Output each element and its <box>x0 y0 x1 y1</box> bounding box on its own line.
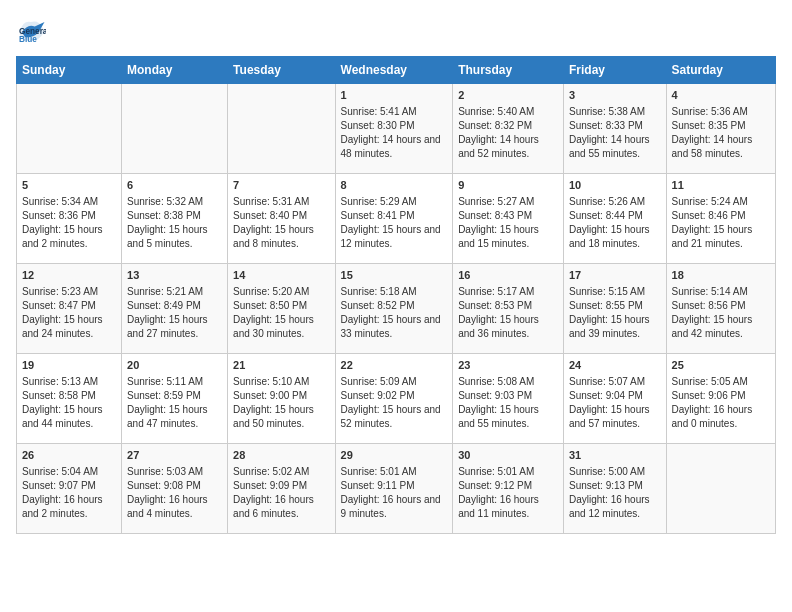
daylight-hours: Daylight: 15 hours and 36 minutes. <box>458 313 558 341</box>
day-number: 19 <box>22 358 116 373</box>
sunrise-info: Sunrise: 5:26 AM <box>569 195 661 209</box>
sunset-info: Sunset: 9:02 PM <box>341 389 448 403</box>
sunset-info: Sunset: 8:46 PM <box>672 209 770 223</box>
day-cell: 21Sunrise: 5:10 AMSunset: 9:00 PMDayligh… <box>228 354 335 444</box>
day-number: 14 <box>233 268 329 283</box>
day-number: 7 <box>233 178 329 193</box>
day-number: 1 <box>341 88 448 103</box>
sunrise-info: Sunrise: 5:23 AM <box>22 285 116 299</box>
col-header-friday: Friday <box>563 57 666 84</box>
daylight-hours: Daylight: 15 hours and 52 minutes. <box>341 403 448 431</box>
day-cell: 24Sunrise: 5:07 AMSunset: 9:04 PMDayligh… <box>563 354 666 444</box>
day-number: 13 <box>127 268 222 283</box>
svg-text:Blue: Blue <box>19 35 37 44</box>
day-cell: 28Sunrise: 5:02 AMSunset: 9:09 PMDayligh… <box>228 444 335 534</box>
sunrise-info: Sunrise: 5:03 AM <box>127 465 222 479</box>
sunset-info: Sunset: 9:12 PM <box>458 479 558 493</box>
sunset-info: Sunset: 8:43 PM <box>458 209 558 223</box>
daylight-hours: Daylight: 15 hours and 44 minutes. <box>22 403 116 431</box>
daylight-hours: Daylight: 14 hours and 48 minutes. <box>341 133 448 161</box>
sunset-info: Sunset: 8:44 PM <box>569 209 661 223</box>
day-cell: 26Sunrise: 5:04 AMSunset: 9:07 PMDayligh… <box>17 444 122 534</box>
daylight-hours: Daylight: 16 hours and 0 minutes. <box>672 403 770 431</box>
sunrise-info: Sunrise: 5:09 AM <box>341 375 448 389</box>
day-number: 28 <box>233 448 329 463</box>
sunrise-info: Sunrise: 5:14 AM <box>672 285 770 299</box>
daylight-hours: Daylight: 16 hours and 6 minutes. <box>233 493 329 521</box>
week-row-4: 19Sunrise: 5:13 AMSunset: 8:58 PMDayligh… <box>17 354 776 444</box>
sunset-info: Sunset: 8:58 PM <box>22 389 116 403</box>
col-header-thursday: Thursday <box>453 57 564 84</box>
day-cell: 22Sunrise: 5:09 AMSunset: 9:02 PMDayligh… <box>335 354 453 444</box>
day-number: 6 <box>127 178 222 193</box>
sunset-info: Sunset: 8:35 PM <box>672 119 770 133</box>
sunset-info: Sunset: 8:50 PM <box>233 299 329 313</box>
col-header-wednesday: Wednesday <box>335 57 453 84</box>
sunrise-info: Sunrise: 5:17 AM <box>458 285 558 299</box>
day-cell: 14Sunrise: 5:20 AMSunset: 8:50 PMDayligh… <box>228 264 335 354</box>
sunset-info: Sunset: 8:40 PM <box>233 209 329 223</box>
sunrise-info: Sunrise: 5:01 AM <box>341 465 448 479</box>
day-cell: 31Sunrise: 5:00 AMSunset: 9:13 PMDayligh… <box>563 444 666 534</box>
sunset-info: Sunset: 9:08 PM <box>127 479 222 493</box>
day-number: 15 <box>341 268 448 283</box>
sunset-info: Sunset: 9:09 PM <box>233 479 329 493</box>
day-cell: 13Sunrise: 5:21 AMSunset: 8:49 PMDayligh… <box>122 264 228 354</box>
day-cell <box>122 84 228 174</box>
sunrise-info: Sunrise: 5:31 AM <box>233 195 329 209</box>
sunrise-info: Sunrise: 5:18 AM <box>341 285 448 299</box>
day-cell <box>666 444 775 534</box>
daylight-hours: Daylight: 15 hours and 30 minutes. <box>233 313 329 341</box>
sunrise-info: Sunrise: 5:34 AM <box>22 195 116 209</box>
sunrise-info: Sunrise: 5:04 AM <box>22 465 116 479</box>
day-number: 20 <box>127 358 222 373</box>
sunset-info: Sunset: 9:00 PM <box>233 389 329 403</box>
day-cell: 12Sunrise: 5:23 AMSunset: 8:47 PMDayligh… <box>17 264 122 354</box>
day-cell: 30Sunrise: 5:01 AMSunset: 9:12 PMDayligh… <box>453 444 564 534</box>
sunset-info: Sunset: 8:53 PM <box>458 299 558 313</box>
day-cell: 15Sunrise: 5:18 AMSunset: 8:52 PMDayligh… <box>335 264 453 354</box>
day-number: 9 <box>458 178 558 193</box>
day-cell: 17Sunrise: 5:15 AMSunset: 8:55 PMDayligh… <box>563 264 666 354</box>
day-number: 24 <box>569 358 661 373</box>
sunset-info: Sunset: 8:41 PM <box>341 209 448 223</box>
sunrise-info: Sunrise: 5:02 AM <box>233 465 329 479</box>
daylight-hours: Daylight: 15 hours and 39 minutes. <box>569 313 661 341</box>
day-cell: 8Sunrise: 5:29 AMSunset: 8:41 PMDaylight… <box>335 174 453 264</box>
day-number: 31 <box>569 448 661 463</box>
day-cell: 16Sunrise: 5:17 AMSunset: 8:53 PMDayligh… <box>453 264 564 354</box>
sunset-info: Sunset: 8:47 PM <box>22 299 116 313</box>
daylight-hours: Daylight: 15 hours and 15 minutes. <box>458 223 558 251</box>
sunrise-info: Sunrise: 5:24 AM <box>672 195 770 209</box>
sunset-info: Sunset: 8:49 PM <box>127 299 222 313</box>
day-cell: 3Sunrise: 5:38 AMSunset: 8:33 PMDaylight… <box>563 84 666 174</box>
col-header-sunday: Sunday <box>17 57 122 84</box>
day-number: 12 <box>22 268 116 283</box>
day-cell: 6Sunrise: 5:32 AMSunset: 8:38 PMDaylight… <box>122 174 228 264</box>
sunset-info: Sunset: 8:30 PM <box>341 119 448 133</box>
sunrise-info: Sunrise: 5:07 AM <box>569 375 661 389</box>
day-number: 5 <box>22 178 116 193</box>
day-cell: 20Sunrise: 5:11 AMSunset: 8:59 PMDayligh… <box>122 354 228 444</box>
daylight-hours: Daylight: 15 hours and 33 minutes. <box>341 313 448 341</box>
daylight-hours: Daylight: 16 hours and 2 minutes. <box>22 493 116 521</box>
col-header-monday: Monday <box>122 57 228 84</box>
day-number: 22 <box>341 358 448 373</box>
sunrise-info: Sunrise: 5:13 AM <box>22 375 116 389</box>
day-number: 23 <box>458 358 558 373</box>
day-cell: 23Sunrise: 5:08 AMSunset: 9:03 PMDayligh… <box>453 354 564 444</box>
daylight-hours: Daylight: 15 hours and 27 minutes. <box>127 313 222 341</box>
daylight-hours: Daylight: 14 hours and 58 minutes. <box>672 133 770 161</box>
day-cell <box>17 84 122 174</box>
daylight-hours: Daylight: 16 hours and 9 minutes. <box>341 493 448 521</box>
daylight-hours: Daylight: 15 hours and 18 minutes. <box>569 223 661 251</box>
daylight-hours: Daylight: 15 hours and 42 minutes. <box>672 313 770 341</box>
logo: General Blue <box>16 16 50 46</box>
sunrise-info: Sunrise: 5:36 AM <box>672 105 770 119</box>
sunrise-info: Sunrise: 5:38 AM <box>569 105 661 119</box>
day-number: 2 <box>458 88 558 103</box>
sunrise-info: Sunrise: 5:40 AM <box>458 105 558 119</box>
day-cell: 27Sunrise: 5:03 AMSunset: 9:08 PMDayligh… <box>122 444 228 534</box>
page-header: General Blue <box>16 16 776 46</box>
sunrise-info: Sunrise: 5:11 AM <box>127 375 222 389</box>
